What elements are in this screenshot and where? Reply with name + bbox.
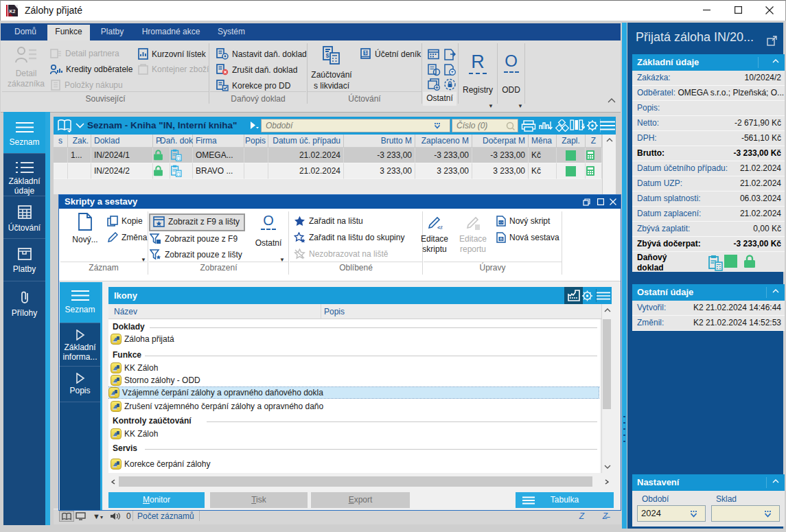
svg-text:$: $ (365, 50, 367, 55)
svg-text:$: $ (325, 52, 329, 59)
svg-text:<>: <> (499, 220, 503, 224)
svg-text:B: B (500, 237, 502, 241)
svg-text:K2: K2 (10, 9, 16, 14)
svg-text:</>: </> (437, 224, 443, 231)
